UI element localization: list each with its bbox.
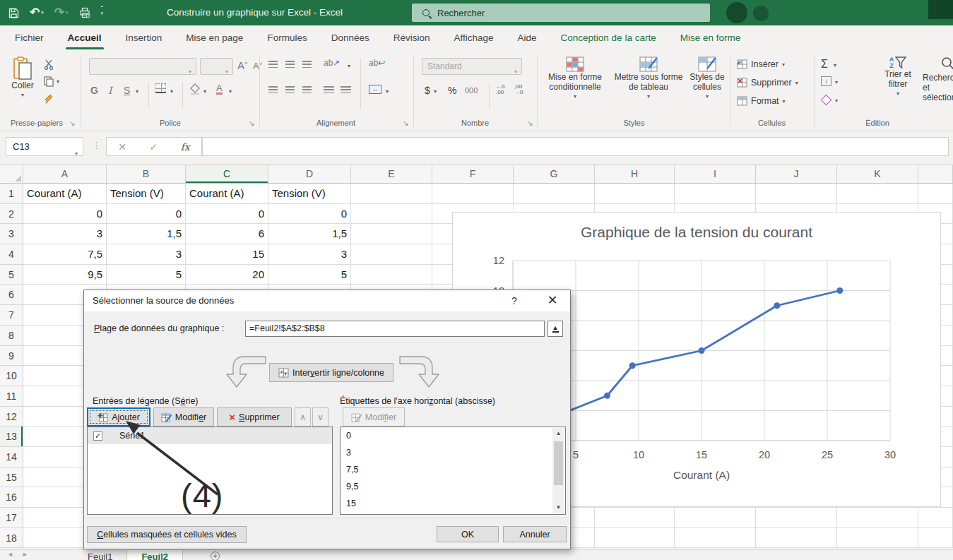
clear-caret-icon[interactable]: ▾ [835, 97, 838, 104]
cut-icon[interactable] [44, 59, 54, 73]
ribbon-tab-conception-de-la-carte[interactable]: Conception de la carte [549, 25, 668, 51]
thousands-format-button[interactable]: 000 [465, 86, 478, 95]
column-header-K[interactable]: K [837, 165, 918, 184]
cell-K17[interactable] [837, 508, 918, 528]
axis-label-item[interactable]: 9,5 [341, 478, 552, 495]
cell-J1[interactable] [756, 184, 837, 204]
row-header-11[interactable]: 11 [0, 386, 23, 407]
cell-B4[interactable]: 3 [107, 244, 186, 265]
column-header-I[interactable]: I [675, 165, 756, 184]
cell-C3[interactable]: 6 [186, 224, 268, 244]
dialog-title-bar[interactable]: Sélectionner la source de données ? ✕ [84, 290, 570, 311]
ribbon-tab-r-vision[interactable]: Révision [381, 25, 442, 51]
hidden-empty-cells-button[interactable]: Cellules masquées et cellules vides [87, 526, 247, 543]
cancel-entry-icon[interactable]: ✕ [118, 141, 126, 153]
fill-color-icon[interactable] [189, 83, 201, 97]
italic-button[interactable]: I [108, 85, 112, 96]
borders-icon[interactable] [155, 83, 166, 93]
align-middle-icon[interactable] [285, 61, 295, 68]
cell-partial-17[interactable] [918, 508, 953, 528]
number-format-select[interactable]: Standard▾ [422, 58, 522, 75]
fill-caret-icon[interactable]: ▾ [835, 79, 838, 85]
sheet-nav-arrows-icon[interactable]: ◄► [7, 551, 37, 558]
axis-label-item[interactable]: 15 [341, 495, 552, 512]
cell-B3[interactable]: 1,5 [107, 224, 186, 244]
cell-H1[interactable] [595, 184, 675, 204]
increase-decimal-icon[interactable]: ←0,00 [496, 84, 504, 95]
align-bottom-icon[interactable] [302, 61, 312, 68]
clipboard-dialog-launcher-icon[interactable]: ↘ [69, 120, 75, 127]
currency-format-button[interactable]: $ [425, 85, 430, 96]
cell-B5[interactable]: 5 [107, 265, 186, 285]
fill-down-icon[interactable]: ↓ [821, 76, 831, 86]
orientation-caret-icon[interactable]: ▾ [348, 63, 350, 69]
select-all-corner[interactable] [0, 165, 23, 184]
cell-I17[interactable] [675, 508, 756, 528]
increase-indent-icon[interactable] [341, 86, 351, 93]
axis-labels-list[interactable]: 037,59,515 ▲ ▼ [340, 427, 566, 515]
cell-F1[interactable] [432, 184, 514, 204]
font-name-select[interactable]: ▾ [89, 58, 196, 75]
cell-K18[interactable] [837, 528, 918, 549]
cell-K1[interactable] [837, 184, 918, 204]
ribbon-tab-insertion[interactable]: Insertion [114, 25, 174, 51]
decrease-indent-icon[interactable] [324, 86, 334, 93]
cell-E3[interactable] [351, 224, 432, 244]
scroll-up-icon[interactable]: ▲ [552, 428, 564, 439]
percent-format-button[interactable]: % [448, 85, 456, 96]
insert-function-icon[interactable]: fx [181, 141, 190, 153]
ribbon-tab-formules[interactable]: Formules [255, 25, 319, 51]
font-size-select[interactable]: ▾ [200, 58, 233, 75]
paste-button[interactable]: Coller ▾ [6, 56, 40, 100]
window-controls-area[interactable] [928, 0, 953, 19]
edit-axis-labels-button[interactable]: Modifier [343, 407, 405, 427]
format-painter-icon[interactable] [44, 93, 55, 107]
column-header-D[interactable]: D [268, 165, 351, 184]
cell-C5[interactable]: 20 [186, 265, 268, 285]
cell-styles-button[interactable]: Styles de cellules ▾ [687, 56, 728, 102]
ribbon-tab-fichier[interactable]: Fichier [3, 25, 56, 51]
new-sheet-icon[interactable]: + [211, 552, 220, 560]
account-avatar[interactable] [726, 2, 747, 23]
column-header-A[interactable]: A [23, 165, 107, 184]
move-series-up-button[interactable]: ∧ [295, 407, 311, 427]
search-box[interactable]: Rechercher [412, 4, 710, 22]
dialog-help-button[interactable]: ? [504, 290, 525, 311]
cell-E4[interactable] [351, 244, 432, 265]
row-header-12[interactable]: 12 [0, 407, 23, 427]
cell-A4[interactable]: 7,5 [23, 244, 107, 265]
font-color-icon[interactable]: A [216, 83, 223, 95]
column-header-G[interactable]: G [514, 165, 595, 184]
merge-center-caret-icon[interactable]: ▾ [386, 88, 389, 95]
redo-button[interactable]: ↷▾ [54, 7, 69, 18]
series-checkbox[interactable]: ✓ [93, 431, 102, 441]
align-left-icon[interactable] [268, 86, 278, 93]
cell-H17[interactable] [595, 508, 675, 528]
cell-partial-1[interactable] [918, 184, 953, 204]
cell-J18[interactable] [756, 528, 837, 549]
row-header-15[interactable]: 15 [0, 467, 23, 488]
cell-A2[interactable]: 0 [23, 204, 107, 225]
sort-filter-button[interactable]: AZ Trier et filtrer ▾ [876, 56, 920, 99]
column-header-C[interactable]: C [186, 165, 268, 184]
move-series-down-button[interactable]: ∨ [312, 407, 328, 427]
formula-bar-splitter[interactable]: ⋮ [92, 140, 101, 150]
row-header-2[interactable]: 2 [0, 204, 23, 225]
fill-color-caret-icon[interactable]: ▾ [203, 88, 206, 95]
confirm-entry-icon[interactable]: ✓ [149, 141, 158, 153]
name-box[interactable]: C13▾ [6, 137, 83, 156]
cell-D3[interactable]: 1,5 [268, 224, 351, 244]
row-header-7[interactable]: 7 [0, 305, 23, 326]
column-header-E[interactable]: E [351, 165, 432, 184]
ribbon-tab-accueil[interactable]: Accueil [56, 25, 114, 51]
increase-font-icon[interactable]: A˄ [237, 59, 248, 71]
borders-caret-icon[interactable]: ▾ [170, 88, 173, 95]
cancel-button[interactable]: Annuler [503, 526, 567, 542]
column-header-B[interactable]: B [107, 165, 186, 184]
alignment-dialog-launcher-icon[interactable]: ↘ [403, 120, 408, 127]
bold-button[interactable]: G [90, 85, 98, 96]
format-as-table-button[interactable]: Mettre sous forme de tableau ▾ [612, 56, 685, 102]
edit-series-button[interactable]: Modifier [153, 407, 214, 427]
row-header-1[interactable]: 1 [0, 184, 23, 204]
sheet-tab-feuil1[interactable]: Feuil1 [73, 550, 127, 560]
